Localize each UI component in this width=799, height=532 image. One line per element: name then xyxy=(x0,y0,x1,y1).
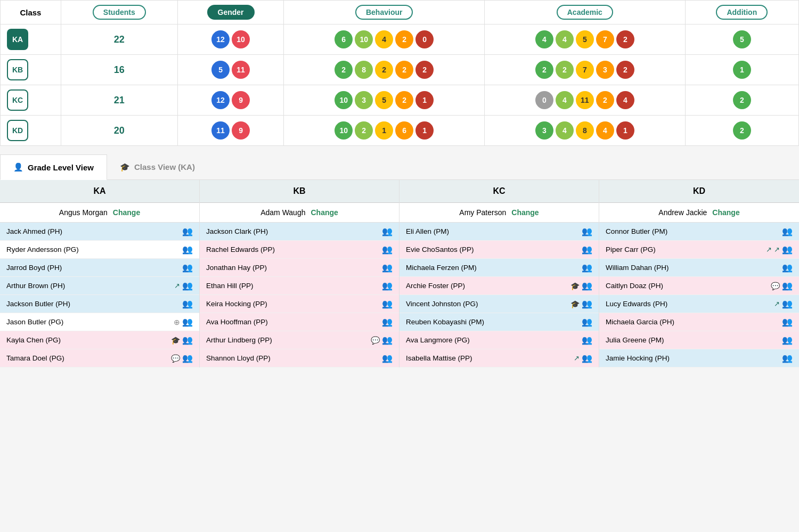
group-icon: 👥 xyxy=(582,353,592,363)
additional-circle: 2 xyxy=(733,121,751,140)
list-item[interactable]: Reuben Kobayashi (PM)👥 xyxy=(399,313,599,331)
teacher-name: Amy Paterson xyxy=(459,208,506,217)
arrow-up-icon: ↗ xyxy=(774,300,780,308)
list-item[interactable]: Lucy Edwards (PH)↗👥 xyxy=(599,295,799,313)
change-link[interactable]: Change xyxy=(311,208,338,217)
academic-circle: 7 xyxy=(596,30,614,48)
student-icons: ↗👥 xyxy=(174,281,193,291)
class-view-icon: 🎓 xyxy=(120,162,130,172)
academic-circle: 4 xyxy=(535,30,553,48)
student-name: Jamie Hocking (PH) xyxy=(606,354,670,362)
list-item[interactable]: Michaela Ferzen (PM)👥 xyxy=(399,259,599,277)
group-icon: 👥 xyxy=(782,244,793,255)
tab-class-view[interactable]: 🎓 Class View (KA) xyxy=(107,154,208,179)
behaviour-btn[interactable]: Behaviour xyxy=(355,5,413,20)
list-item[interactable]: Evie ChoSantos (PP)👥 xyxy=(399,241,599,259)
student-name: Kayla Chen (PG) xyxy=(6,336,61,344)
list-item[interactable]: Keira Hocking (PP)👥 xyxy=(200,295,399,313)
list-item[interactable]: Connor Butler (PM)👥 xyxy=(599,223,799,241)
change-link[interactable]: Change xyxy=(712,208,739,217)
academic-circle: 4 xyxy=(556,121,574,140)
group-icon: 👥 xyxy=(182,226,193,236)
group-icon: 👥 xyxy=(782,353,793,363)
student-icons: 👥 xyxy=(382,263,393,273)
tab-grade-level[interactable]: 👤 Grade Level View xyxy=(0,154,107,180)
list-item[interactable]: Jackson Butler (PH)👥 xyxy=(0,295,199,313)
list-item[interactable]: Archie Foster (PP)🎓👥 xyxy=(399,277,599,295)
list-item[interactable]: Arthur Lindberg (PP)💬👥 xyxy=(200,331,399,349)
plus-icon: ⊕ xyxy=(174,318,180,326)
behaviour-header[interactable]: Behaviour xyxy=(284,1,485,24)
additional-header[interactable]: Addition xyxy=(685,1,798,24)
hat-icon: 🎓 xyxy=(171,336,180,345)
list-item[interactable]: Ava Langmore (PG)👥 xyxy=(399,331,599,349)
group-icon: 👥 xyxy=(182,281,193,291)
list-item[interactable]: Shannon Lloyd (PP)👥 xyxy=(200,349,399,367)
additional-btn[interactable]: Addition xyxy=(716,5,768,20)
gender-circle: 11 xyxy=(232,61,250,79)
student-icons: 👥 xyxy=(582,317,592,327)
list-item[interactable]: Caitlyn Doaz (PH)💬👥 xyxy=(599,277,799,295)
teacher-row: Amy Paterson Change xyxy=(399,203,599,223)
list-item[interactable]: Julia Greene (PM)👥 xyxy=(599,331,799,349)
list-item[interactable]: Jarrod Boyd (PH)👥 xyxy=(0,259,199,277)
change-link[interactable]: Change xyxy=(113,208,140,217)
academic-circle: 3 xyxy=(596,61,614,79)
grade-col-header: KA xyxy=(0,180,199,203)
list-item[interactable]: Jamie Hocking (PH)👥 xyxy=(599,349,799,367)
list-item[interactable]: Ryder Andersson (PG)👥 xyxy=(0,241,199,259)
behaviour-circle: 2 xyxy=(415,61,434,79)
academic-circle: 4 xyxy=(616,91,634,109)
grade-level-icon: 👤 xyxy=(13,162,23,172)
student-count: 21 xyxy=(114,95,125,105)
list-item[interactable]: Ava Hooffman (PP)👥 xyxy=(200,313,399,331)
student-icons: 🎓👥 xyxy=(171,335,193,345)
academic-circle: 2 xyxy=(556,61,574,79)
student-icons: 👥 xyxy=(582,244,592,255)
student-icons: 👥 xyxy=(582,263,592,273)
list-item[interactable]: Isabella Mattise (PP)↗👥 xyxy=(399,349,599,367)
group-icon: 👥 xyxy=(382,263,393,273)
student-name: Evie ChoSantos (PP) xyxy=(406,245,474,253)
group-icon: 👥 xyxy=(382,335,393,345)
behaviour-circle: 10 xyxy=(355,30,373,48)
behaviour-circle: 6 xyxy=(395,121,413,140)
list-item[interactable]: William Dahan (PH)👥 xyxy=(599,259,799,277)
student-icons: 💬👥 xyxy=(371,335,393,345)
list-item[interactable]: Michaela Garcia (PH)👥 xyxy=(599,313,799,331)
academic-circle: 2 xyxy=(616,30,634,48)
list-item[interactable]: Piper Carr (PG)↗↗👥 xyxy=(599,241,799,259)
students-header[interactable]: Students xyxy=(61,1,177,24)
academic-header[interactable]: Academic xyxy=(485,1,686,24)
gender-btn[interactable]: Gender xyxy=(207,5,255,20)
class-badge: KC xyxy=(7,89,28,111)
list-item[interactable]: Jason Butler (PG)⊕👥 xyxy=(0,313,199,331)
student-name: William Dahan (PH) xyxy=(606,264,669,272)
gender-header[interactable]: Gender xyxy=(177,1,284,24)
student-count: 16 xyxy=(114,64,125,75)
list-item[interactable]: Vincent Johnston (PG)🎓👥 xyxy=(399,295,599,313)
student-name: Jackson Clark (PH) xyxy=(206,227,268,235)
academic-circle: 1 xyxy=(616,121,634,140)
list-item[interactable]: Arthur Brown (PH)↗👥 xyxy=(0,277,199,295)
academic-btn[interactable]: Academic xyxy=(557,5,613,20)
list-item[interactable]: Jack Ahmed (PH)👥 xyxy=(0,223,199,241)
list-item[interactable]: Ethan Hill (PP)👥 xyxy=(200,277,399,295)
change-link[interactable]: Change xyxy=(511,208,539,217)
group-icon: 👥 xyxy=(182,317,193,327)
student-icons: 👥 xyxy=(182,299,193,309)
student-icons: 👥 xyxy=(382,353,393,363)
list-item[interactable]: Jackson Clark (PH)👥 xyxy=(200,223,399,241)
list-item[interactable]: Jonathan Hay (PP)👥 xyxy=(200,259,399,277)
list-item[interactable]: Eli Allen (PM)👥 xyxy=(399,223,599,241)
list-item[interactable]: Tamara Doel (PG)💬👥 xyxy=(0,349,199,367)
student-icons: 👥 xyxy=(382,281,393,291)
academic-circle: 11 xyxy=(576,91,594,109)
bottom-section: 👤 Grade Level View 🎓 Class View (KA) KA … xyxy=(0,154,799,367)
academic-circle: 0 xyxy=(535,91,553,109)
students-btn[interactable]: Students xyxy=(93,5,146,20)
list-item[interactable]: Kayla Chen (PG)🎓👥 xyxy=(0,331,199,349)
group-icon: 👥 xyxy=(182,244,193,255)
student-icons: 👥 xyxy=(582,226,592,236)
list-item[interactable]: Rachel Edwards (PP)👥 xyxy=(200,241,399,259)
